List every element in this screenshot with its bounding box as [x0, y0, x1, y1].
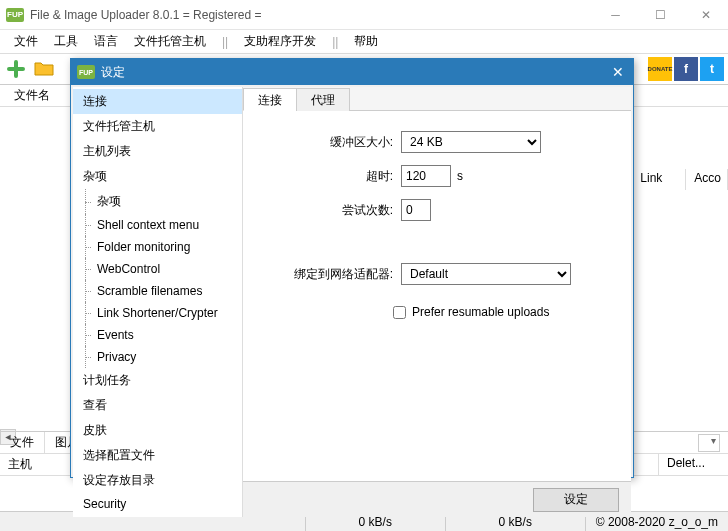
sidebar-item-security[interactable]: Security — [73, 493, 242, 515]
menu-donate-dev[interactable]: 支助程序开发 — [238, 31, 322, 52]
main-titlebar: FUP File & Image Uploader 8.0.1 = Regist… — [0, 0, 728, 30]
tab-connection[interactable]: 连接 — [243, 88, 297, 111]
add-folder-button[interactable] — [32, 57, 56, 81]
buffer-select[interactable]: 24 KB — [401, 131, 541, 153]
sidebar-item-savedir[interactable]: 设定存放目录 — [73, 468, 242, 493]
dialog-title: 设定 — [101, 64, 603, 81]
tab-file[interactable]: 文件 — [0, 432, 45, 453]
apply-button[interactable]: 设定 — [533, 488, 619, 512]
minimize-button[interactable]: ─ — [593, 0, 638, 30]
panel-dropdown-button[interactable] — [698, 434, 720, 452]
dialog-titlebar: FUP 设定 ✕ — [71, 59, 633, 85]
timeout-input[interactable] — [401, 165, 451, 187]
retries-input[interactable] — [401, 199, 431, 221]
sidebar-item-misc-sub[interactable]: 杂项 — [73, 189, 242, 214]
menu-separator: || — [216, 33, 234, 51]
dialog-close-button[interactable]: ✕ — [603, 59, 633, 85]
sidebar-item-privacy[interactable]: Privacy — [73, 346, 242, 368]
col-filename[interactable]: 文件名 — [8, 85, 56, 106]
menu-tools[interactable]: 工具 — [48, 31, 84, 52]
menu-language[interactable]: 语言 — [88, 31, 124, 52]
sidebar-item-config[interactable]: 选择配置文件 — [73, 443, 242, 468]
bind-adapter-select[interactable]: Default — [401, 263, 571, 285]
buffer-label: 缓冲区大小: — [263, 134, 393, 151]
app-icon: FUP — [6, 8, 24, 22]
col-account[interactable]: Acco — [688, 169, 728, 190]
sidebar-item-hostlist[interactable]: 主机列表 — [73, 139, 242, 164]
maximize-button[interactable]: ☐ — [638, 0, 683, 30]
menu-file[interactable]: 文件 — [8, 31, 44, 52]
sidebar-item-linkshort[interactable]: Link Shortener/Crypter — [73, 302, 242, 324]
sidebar-item-events[interactable]: Events — [73, 324, 242, 346]
tab-proxy[interactable]: 代理 — [296, 88, 350, 111]
col-host[interactable]: 主机 — [0, 454, 40, 475]
sidebar-item-connection[interactable]: 连接 — [73, 89, 242, 114]
timeout-unit: s — [457, 169, 463, 183]
resumable-checkbox[interactable] — [393, 306, 406, 319]
sidebar-item-misc[interactable]: 杂项 — [73, 164, 242, 189]
menu-separator: || — [326, 33, 344, 51]
window-title: File & Image Uploader 8.0.1 = Registered… — [30, 8, 593, 22]
settings-sidebar: 连接 文件托管主机 主机列表 杂项 杂项 Shell context menu … — [73, 87, 243, 517]
sidebar-item-schedule[interactable]: 计划任务 — [73, 368, 242, 393]
sidebar-item-webcontrol[interactable]: WebControl — [73, 258, 242, 280]
timeout-label: 超时: — [263, 168, 393, 185]
twitter-button[interactable]: t — [700, 57, 724, 81]
dialog-content: 连接 代理 缓冲区大小: 24 KB 超时: s 尝试次数: — [243, 87, 631, 517]
col-link[interactable]: Link — [634, 169, 686, 190]
col-delete[interactable]: Delet... — [658, 454, 728, 475]
sidebar-item-shell[interactable]: Shell context menu — [73, 214, 242, 236]
retries-label: 尝试次数: — [263, 202, 393, 219]
menubar: 文件 工具 语言 文件托管主机 || 支助程序开发 || 帮助 — [0, 30, 728, 54]
sidebar-item-folder[interactable]: Folder monitoring — [73, 236, 242, 258]
close-button[interactable]: ✕ — [683, 0, 728, 30]
menu-help[interactable]: 帮助 — [348, 31, 384, 52]
facebook-button[interactable]: f — [674, 57, 698, 81]
dialog-icon: FUP — [77, 65, 95, 79]
bind-label: 绑定到网络适配器: — [263, 266, 393, 283]
resumable-label: Prefer resumable uploads — [412, 305, 549, 319]
sidebar-item-view[interactable]: 查看 — [73, 393, 242, 418]
donate-button[interactable]: DONATE — [648, 57, 672, 81]
sidebar-item-scramble[interactable]: Scramble filenames — [73, 280, 242, 302]
add-button[interactable] — [4, 57, 28, 81]
settings-dialog: FUP 设定 ✕ 连接 文件托管主机 主机列表 杂项 杂项 Shell cont… — [70, 58, 634, 478]
menu-hosts[interactable]: 文件托管主机 — [128, 31, 212, 52]
sidebar-item-hosts[interactable]: 文件托管主机 — [73, 114, 242, 139]
sidebar-item-skin[interactable]: 皮肤 — [73, 418, 242, 443]
